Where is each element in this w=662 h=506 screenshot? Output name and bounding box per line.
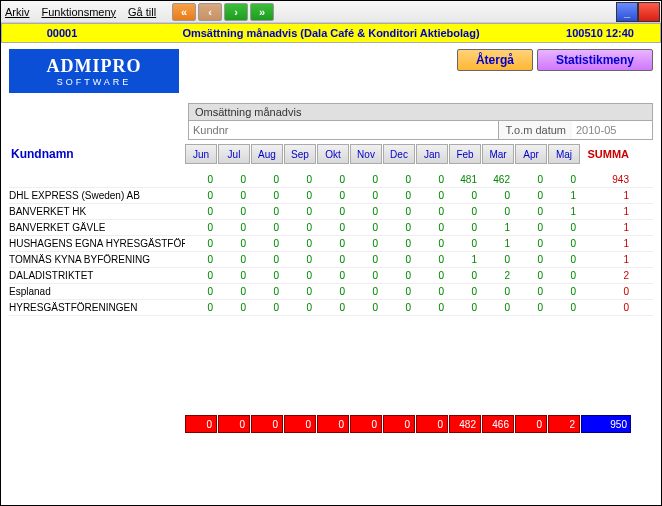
- cell: 0: [548, 286, 580, 297]
- cell: 0: [284, 206, 316, 217]
- row-name: Esplanad: [9, 286, 185, 297]
- col-jan[interactable]: Jan: [416, 144, 448, 164]
- cell: 0: [185, 190, 217, 201]
- cell: 0: [449, 270, 481, 281]
- cell: 0: [515, 174, 547, 185]
- cell: 0: [350, 222, 382, 233]
- col-summa: SUMMA: [581, 148, 631, 160]
- menu-funktionsmeny[interactable]: Funktionsmeny: [41, 6, 116, 18]
- cell: 0: [284, 222, 316, 233]
- nav-last-icon[interactable]: »: [250, 3, 274, 21]
- cell: 0: [515, 254, 547, 265]
- table-row: TOMNÄS KYNA BYFÖRENING 0000000010001: [9, 252, 653, 268]
- row-sum: 2: [581, 270, 631, 281]
- row-sum: 1: [581, 238, 631, 249]
- cell: 0: [317, 286, 349, 297]
- col-jul[interactable]: Jul: [218, 144, 250, 164]
- nav-next-icon[interactable]: ›: [224, 3, 248, 21]
- nav-prev-icon[interactable]: ‹: [198, 3, 222, 21]
- cell: 1: [548, 206, 580, 217]
- cell: 0: [350, 190, 382, 201]
- cell: 0: [449, 302, 481, 313]
- cell: 0: [383, 174, 415, 185]
- cell: 0: [284, 174, 316, 185]
- table-row: BANVERKET HK0000000000011: [9, 204, 653, 220]
- totals-bar: 0000000048246602 950: [9, 415, 653, 433]
- col-maj[interactable]: Maj: [548, 144, 580, 164]
- menu-goto[interactable]: Gå till: [128, 6, 156, 18]
- total-cell: 0: [218, 415, 250, 433]
- row-name: DALADISTRIKTET: [9, 270, 185, 281]
- row-name: DHL EXPRESS (Sweden) AB: [9, 190, 185, 201]
- cell: 0: [284, 302, 316, 313]
- row-name: BANVERKET HK: [9, 206, 185, 217]
- col-mar[interactable]: Mar: [482, 144, 514, 164]
- cell: 462: [482, 174, 514, 185]
- cell: 0: [449, 222, 481, 233]
- cell: 0: [317, 302, 349, 313]
- col-okt[interactable]: Okt: [317, 144, 349, 164]
- cell: 0: [350, 286, 382, 297]
- total-cell: 466: [482, 415, 514, 433]
- close-icon[interactable]: [638, 2, 660, 22]
- col-sep[interactable]: Sep: [284, 144, 316, 164]
- cell: 0: [317, 254, 349, 265]
- kundnr-input[interactable]: [189, 121, 498, 139]
- cell: 0: [449, 206, 481, 217]
- cell: 0: [317, 190, 349, 201]
- cell: 0: [284, 238, 316, 249]
- cell: 0: [482, 254, 514, 265]
- nav-first-icon[interactable]: «: [172, 3, 196, 21]
- cell: 0: [449, 286, 481, 297]
- cell: 0: [548, 270, 580, 281]
- stats-menu-button[interactable]: Statistikmeny: [537, 49, 653, 71]
- cell: 0: [185, 206, 217, 217]
- status-id: 00001: [2, 27, 122, 39]
- col-jun[interactable]: Jun: [185, 144, 217, 164]
- cell: 0: [515, 238, 547, 249]
- status-datetime: 100510 12:40: [540, 27, 660, 39]
- cell: 0: [416, 174, 448, 185]
- return-button[interactable]: Återgå: [457, 49, 533, 71]
- cell: 0: [218, 302, 250, 313]
- minimize-icon[interactable]: _: [616, 2, 638, 22]
- cell: 0: [350, 302, 382, 313]
- col-feb[interactable]: Feb: [449, 144, 481, 164]
- cell: 0: [416, 286, 448, 297]
- cell: 0: [449, 190, 481, 201]
- cell: 0: [185, 270, 217, 281]
- cell: 0: [218, 206, 250, 217]
- col-aug[interactable]: Aug: [251, 144, 283, 164]
- app-logo: ADMIPRO SOFTWARE: [9, 49, 179, 93]
- cell: 0: [416, 270, 448, 281]
- cell: 0: [317, 222, 349, 233]
- cell: 0: [218, 222, 250, 233]
- col-apr[interactable]: Apr: [515, 144, 547, 164]
- cell: 0: [218, 286, 250, 297]
- table-row: DALADISTRIKTET0000000002002: [9, 268, 653, 284]
- cell: 0: [284, 286, 316, 297]
- cell: 0: [185, 302, 217, 313]
- cell: 0: [383, 254, 415, 265]
- total-cell: 0: [515, 415, 547, 433]
- cell: 0: [383, 238, 415, 249]
- table-row: 0000000048146200943: [9, 172, 653, 188]
- cell: 0: [284, 190, 316, 201]
- row-sum: 1: [581, 206, 631, 217]
- tom-date-input[interactable]: [572, 121, 652, 139]
- cell: 0: [482, 190, 514, 201]
- table-row: Esplanad0000000000000: [9, 284, 653, 300]
- cell: 0: [383, 190, 415, 201]
- cell: 0: [185, 254, 217, 265]
- menu-arkiv[interactable]: Arkiv: [5, 6, 29, 18]
- cell: 0: [383, 222, 415, 233]
- cell: 0: [449, 238, 481, 249]
- cell: 0: [185, 222, 217, 233]
- col-dec[interactable]: Dec: [383, 144, 415, 164]
- row-name: HUSHAGENS EGNA HYRESGÄSTFÖR: [9, 238, 185, 249]
- col-nov[interactable]: Nov: [350, 144, 382, 164]
- cell: 0: [515, 190, 547, 201]
- total-cell: 0: [416, 415, 448, 433]
- row-sum: 0: [581, 286, 631, 297]
- cell: 0: [548, 174, 580, 185]
